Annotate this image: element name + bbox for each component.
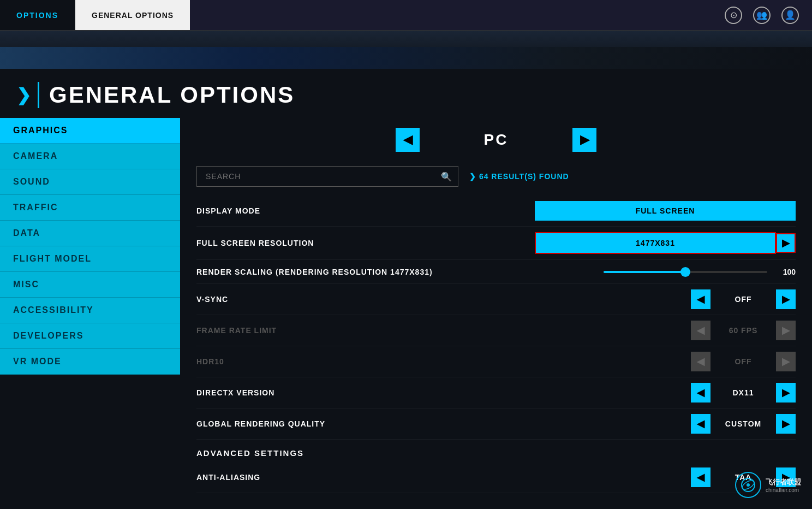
results-count: 64 RESULT(S) FOUND	[479, 172, 569, 181]
search-input[interactable]	[196, 166, 458, 187]
search-icon: 🔍	[441, 171, 452, 182]
setting-label-render-scaling: RENDER SCALING (RENDERING RESOLUTION 147…	[196, 268, 535, 276]
global-quality-value: CUSTOM	[710, 419, 776, 428]
directx-prev-button[interactable]: ◀	[691, 383, 710, 403]
directx-value: DX11	[710, 388, 776, 397]
render-scaling-thumb[interactable]	[680, 267, 690, 277]
sidebar-label-sound: SOUND	[13, 177, 50, 187]
sidebar-item-developers[interactable]: DEVELOPERS	[0, 323, 180, 349]
settings-scroll-area[interactable]: ◀ PC ▶ 🔍 ❯ 64 RESULT(S) FOUND	[180, 118, 812, 500]
sidebar-item-accessibility[interactable]: ACCESSIBILITY	[0, 298, 180, 323]
setting-row-hdr10: HDR10 ◀ OFF ▶	[196, 346, 796, 377]
setting-row-resolution: FULL SCREEN RESOLUTION 1477X831 ▶	[196, 227, 796, 260]
sidebar-item-vr-mode[interactable]: VR MODE	[0, 349, 180, 375]
options-label: OPTIONS	[16, 11, 58, 20]
sidebar-label-developers: DEVELOPERS	[13, 331, 83, 341]
sidebar-label-misc: MISC	[13, 280, 39, 289]
settings-list: DISPLAY MODE FULL SCREEN FULL SCREEN RES…	[180, 196, 812, 440]
watermark-text-block: 飞行者联盟 chinaflier.com	[766, 477, 801, 493]
resolution-arrow-button[interactable]: ▶	[776, 233, 796, 253]
sidebar-label-vr-mode: VR MODE	[13, 357, 62, 366]
user-icon[interactable]: 👤	[781, 7, 799, 24]
page-title-bar: ❯ GENERAL OPTIONS	[0, 69, 812, 118]
setting-value-frame-rate: ◀ 60 FPS ▶	[535, 321, 796, 340]
setting-label-hdr10: HDR10	[196, 357, 535, 366]
setting-label-frame-rate: FRAME RATE LIMIT	[196, 326, 535, 335]
setting-label-vsync: V-SYNC	[196, 295, 535, 304]
frame-rate-control: ◀ 60 FPS ▶	[691, 321, 796, 340]
setting-row-directx: DIRECTX VERSION ◀ DX11 ▶	[196, 377, 796, 409]
top-nav: OPTIONS GENERAL OPTIONS ⊙ 👥 👤	[0, 0, 812, 31]
render-scaling-track[interactable]	[604, 271, 767, 273]
setting-value-vsync: ◀ OFF ▶	[535, 289, 796, 309]
watermark-logo-icon	[739, 476, 757, 494]
watermark-chinese-text: 飞行者联盟	[766, 477, 801, 487]
render-scaling-value: 100	[774, 268, 796, 276]
display-mode-value[interactable]: FULL SCREEN	[535, 201, 796, 221]
vsync-value: OFF	[710, 295, 776, 304]
users-icon[interactable]: 👥	[753, 7, 771, 24]
platform-prev-arrow-icon: ◀	[403, 133, 413, 147]
vsync-next-button[interactable]: ▶	[776, 289, 796, 309]
global-quality-prev-button[interactable]: ◀	[691, 414, 710, 434]
platform-prev-button[interactable]: ◀	[396, 128, 420, 152]
advanced-settings-list: ANTI-ALIASING ◀ TAA ▶ TERRAIN LEVEL OF D…	[180, 462, 812, 500]
frame-rate-value: 60 FPS	[710, 326, 776, 335]
anti-aliasing-prev-button[interactable]: ◀	[691, 467, 710, 487]
terrain-lod-thumb[interactable]	[689, 500, 698, 501]
watermark: 飞行者联盟 chinaflier.com	[735, 472, 801, 498]
sidebar-item-camera[interactable]: CAMERA	[0, 144, 180, 169]
title-chevron-icon: ❯	[16, 85, 31, 105]
hdr10-control: ◀ OFF ▶	[691, 352, 796, 371]
sidebar-label-data: DATA	[13, 228, 40, 238]
setting-row-anti-aliasing: ANTI-ALIASING ◀ TAA ▶	[196, 462, 796, 493]
platform-next-button[interactable]: ▶	[572, 128, 596, 152]
setting-row-terrain-lod: TERRAIN LEVEL OF DETAIL 150	[196, 493, 796, 500]
sidebar: GRAPHICS CAMERA SOUND TRAFFIC DATA FLIGH…	[0, 118, 180, 500]
directx-control: ◀ DX11 ▶	[691, 383, 796, 403]
setting-value-render-scaling: 100	[535, 268, 796, 276]
nav-options-tab[interactable]: OPTIONS	[0, 0, 75, 30]
nav-general-options-tab[interactable]: GENERAL OPTIONS	[75, 0, 190, 30]
hdr10-next-button: ▶	[776, 352, 796, 371]
hdr10-prev-button: ◀	[691, 352, 710, 371]
sidebar-item-traffic[interactable]: TRAFFIC	[0, 195, 180, 221]
top-nav-icons: ⊙ 👥 👤	[725, 0, 812, 30]
sidebar-item-graphics[interactable]: GRAPHICS	[0, 118, 180, 144]
setting-label-directx: DIRECTX VERSION	[196, 388, 535, 397]
target-icon[interactable]: ⊙	[725, 7, 742, 24]
watermark-circle	[735, 472, 761, 498]
sidebar-item-sound[interactable]: SOUND	[0, 169, 180, 195]
setting-value-directx: ◀ DX11 ▶	[535, 383, 796, 403]
setting-value-global-quality: ◀ CUSTOM ▶	[535, 414, 796, 434]
resolution-value[interactable]: 1477X831	[535, 232, 776, 254]
advanced-settings-title: ADVANCED SETTINGS	[196, 448, 796, 458]
sidebar-label-graphics: GRAPHICS	[13, 126, 68, 135]
platform-next-arrow-icon: ▶	[580, 133, 589, 147]
sidebar-item-misc[interactable]: MISC	[0, 272, 180, 298]
sidebar-label-flight-model: FLIGHT MODEL	[13, 254, 92, 264]
setting-label-resolution: FULL SCREEN RESOLUTION	[196, 239, 535, 247]
frame-rate-next-button: ▶	[776, 321, 796, 340]
sidebar-item-flight-model[interactable]: FLIGHT MODEL	[0, 246, 180, 272]
hero-banner	[0, 31, 812, 69]
search-input-wrap: 🔍	[196, 166, 458, 187]
advanced-settings-header: ADVANCED SETTINGS	[180, 440, 812, 462]
setting-value-display-mode: FULL SCREEN	[535, 201, 796, 221]
svg-point-2	[747, 483, 750, 487]
sidebar-item-data[interactable]: DATA	[0, 221, 180, 246]
watermark-url: chinaflier.com	[766, 487, 801, 493]
setting-value-hdr10: ◀ OFF ▶	[535, 352, 796, 371]
setting-row-global-quality: GLOBAL RENDERING QUALITY ◀ CUSTOM ▶	[196, 409, 796, 440]
render-scaling-slider-wrap: 100	[535, 268, 796, 276]
directx-next-button[interactable]: ▶	[776, 383, 796, 403]
right-panel: ◀ PC ▶ 🔍 ❯ 64 RESULT(S) FOUND	[180, 118, 812, 500]
vsync-control: ◀ OFF ▶	[691, 289, 796, 309]
vsync-prev-button[interactable]: ◀	[691, 289, 710, 309]
global-quality-next-button[interactable]: ▶	[776, 414, 796, 434]
search-results: ❯ 64 RESULT(S) FOUND	[469, 172, 569, 181]
setting-value-resolution: 1477X831 ▶	[535, 232, 796, 254]
setting-row-display-mode: DISPLAY MODE FULL SCREEN	[196, 196, 796, 227]
general-options-label: GENERAL OPTIONS	[92, 11, 174, 20]
frame-rate-prev-button: ◀	[691, 321, 710, 340]
